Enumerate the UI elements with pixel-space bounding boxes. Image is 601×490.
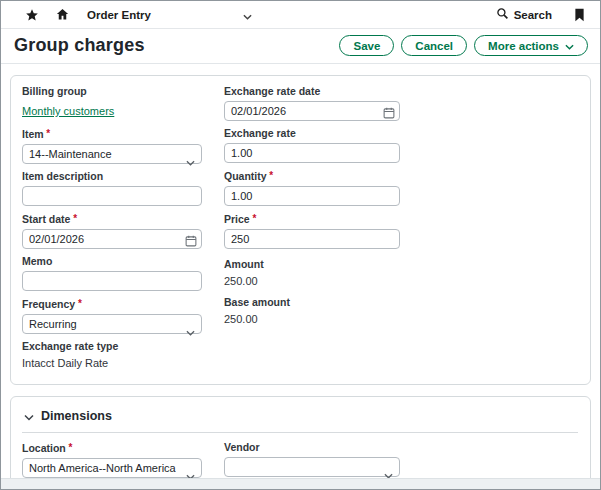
vendor-field: Vendor [224, 441, 400, 478]
price-field: Price [224, 212, 400, 249]
module-label: Order Entry [87, 9, 151, 21]
top-bar: Order Entry Search [1, 1, 600, 29]
memo-field: Memo [22, 255, 202, 291]
exchange-rate-date-input[interactable] [224, 101, 400, 121]
app-window: Order Entry Search Group charges Save Ca… [0, 0, 601, 490]
exchange-rate-type-label: Exchange rate type [22, 340, 202, 353]
billing-group-link[interactable]: Monthly customers [22, 105, 114, 117]
exchange-rate-type-value: Intacct Daily Rate [22, 356, 202, 370]
chevron-down-icon [565, 40, 574, 52]
star-icon[interactable] [21, 4, 43, 26]
dimensions-section-toggle[interactable]: Dimensions [22, 405, 578, 433]
exchange-rate-label: Exchange rate [224, 127, 400, 140]
start-date-label: Start date [22, 212, 202, 226]
search-button[interactable]: Search [496, 6, 552, 24]
page-title: Group charges [14, 35, 145, 56]
memo-input[interactable] [22, 271, 202, 291]
location-select-value: North America--North America [29, 462, 176, 474]
dimensions-card: Dimensions Location North America--North… [10, 396, 591, 490]
search-label: Search [514, 9, 552, 21]
more-actions-label: More actions [488, 40, 559, 52]
base-amount-value: 250.00 [224, 312, 400, 326]
price-label: Price [224, 212, 400, 226]
price-input[interactable] [224, 229, 400, 249]
horizontal-scrollbar-track[interactable] [1, 478, 600, 489]
chevron-down-icon [24, 407, 34, 425]
chevron-down-icon [186, 152, 195, 170]
start-date-input[interactable] [22, 229, 202, 249]
item-field: Item 14--Maintenance [22, 127, 202, 164]
calendar-icon[interactable] [383, 105, 395, 123]
cancel-button[interactable]: Cancel [401, 35, 467, 56]
vendor-select[interactable] [224, 457, 400, 477]
amount-value: 250.00 [224, 274, 400, 288]
quantity-label: Quantity [224, 169, 400, 183]
location-select[interactable]: North America--North America [22, 458, 202, 478]
item-description-input[interactable] [22, 186, 202, 206]
memo-label: Memo [22, 255, 202, 268]
vendor-label: Vendor [224, 441, 400, 454]
search-icon [496, 6, 509, 24]
exchange-rate-input[interactable] [224, 143, 400, 163]
bookmark-icon[interactable] [568, 4, 590, 26]
frequency-label: Frequency [22, 297, 202, 311]
base-amount-field: Base amount 250.00 [224, 296, 400, 326]
more-actions-button[interactable]: More actions [474, 35, 588, 56]
save-button[interactable]: Save [339, 35, 394, 56]
charge-details-card: Billing group Monthly customers Item 14-… [10, 75, 591, 385]
page-header: Group charges Save Cancel More actions [1, 29, 600, 64]
amount-label: Amount [224, 258, 400, 271]
location-field: Location North America--North America [22, 441, 202, 478]
exchange-rate-date-label: Exchange rate date [224, 85, 400, 98]
frequency-field: Frequency Recurring [22, 297, 202, 334]
exchange-rate-type-field: Exchange rate type Intacct Daily Rate [22, 340, 202, 370]
item-description-label: Item description [22, 170, 202, 183]
exchange-rate-field: Exchange rate [224, 127, 400, 163]
chevron-down-icon [243, 6, 252, 24]
item-label: Item [22, 127, 202, 141]
item-description-field: Item description [22, 170, 202, 206]
chevron-down-icon [186, 322, 195, 340]
location-label: Location [22, 441, 202, 455]
exchange-rate-date-field: Exchange rate date [224, 85, 400, 121]
amount-field: Amount 250.00 [224, 258, 400, 288]
quantity-field: Quantity [224, 169, 400, 206]
calendar-icon[interactable] [185, 233, 197, 251]
dimensions-title: Dimensions [41, 409, 112, 423]
frequency-select-value: Recurring [29, 318, 77, 330]
module-selector[interactable]: Order Entry [87, 6, 252, 24]
frequency-select[interactable]: Recurring [22, 314, 202, 334]
item-select-value: 14--Maintenance [29, 148, 112, 160]
billing-group-field: Billing group Monthly customers [22, 85, 202, 119]
item-select[interactable]: 14--Maintenance [22, 144, 202, 164]
quantity-input[interactable] [224, 186, 400, 206]
billing-group-label: Billing group [22, 85, 202, 98]
base-amount-label: Base amount [224, 296, 400, 309]
home-icon[interactable] [51, 4, 73, 26]
start-date-field: Start date [22, 212, 202, 249]
